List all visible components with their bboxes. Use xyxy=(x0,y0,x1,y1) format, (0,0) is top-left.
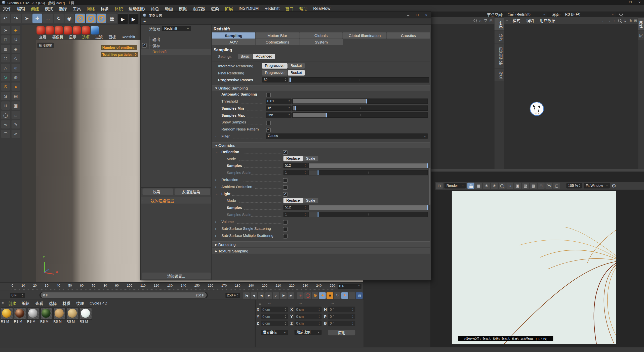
hamburger-icon[interactable]: ≡ xyxy=(0,300,5,306)
coord-space-dropdown[interactable]: 世界坐标 xyxy=(261,330,288,335)
layers-icon[interactable]: ▤ xyxy=(530,183,537,189)
reflection-samples-scale-slider[interactable] xyxy=(308,170,428,175)
menu-item[interactable]: 运动图形 xyxy=(126,5,148,11)
add-panel-icon[interactable]: ⊞ xyxy=(633,18,638,23)
volume-checkbox[interactable] xyxy=(283,220,288,225)
timeline-toggle-icon[interactable]: ▤ xyxy=(356,292,363,299)
crop-icon[interactable]: ⊡ xyxy=(436,183,443,189)
record-pla-icon[interactable]: ∷ xyxy=(349,292,355,299)
material-menu-item[interactable]: 选择 xyxy=(46,300,60,306)
play-button[interactable]: ▶ xyxy=(265,292,272,299)
multipass-button[interactable]: 多通道渲染... xyxy=(175,188,210,195)
points-mode-icon[interactable]: ∷ xyxy=(1,54,10,63)
scale-mode-dropdown[interactable]: 缩放比例 xyxy=(295,330,322,335)
progressive-passes-field[interactable]: 32 xyxy=(262,77,288,82)
denoising-section[interactable]: ▸ Denoising xyxy=(212,241,430,247)
viewport-menu-item[interactable]: Redshift xyxy=(119,35,138,39)
add-plus-icon[interactable]: ✚ xyxy=(12,26,20,34)
material-item[interactable]: RS M xyxy=(53,307,66,324)
snapshot-icon[interactable]: ✳ xyxy=(483,183,490,189)
material-menu-item[interactable]: 编辑 xyxy=(19,300,32,306)
pos-x-field[interactable]: 0 cm xyxy=(261,307,288,313)
home-icon[interactable]: ⌂ xyxy=(478,18,483,23)
redo-icon[interactable]: ↷ xyxy=(11,14,21,23)
gear-icon[interactable]: ⚙ xyxy=(610,183,617,189)
pv-icon[interactable]: PV xyxy=(545,183,552,189)
sss-multiple-checkbox[interactable] xyxy=(283,234,288,239)
material-thumbnail[interactable] xyxy=(40,307,53,320)
menu-item[interactable]: 创建 xyxy=(28,5,42,11)
live-selection-icon[interactable]: ➤ xyxy=(22,14,32,23)
coordinate-system-icon[interactable]: ▦ xyxy=(107,14,117,23)
timeline-ruler[interactable]: 0102030405060708090100110120130140150160… xyxy=(0,282,363,291)
texture-sampling-section[interactable]: ▸ Texture Sampling xyxy=(212,248,430,254)
reflection-samples-slider[interactable] xyxy=(308,163,428,168)
filter-dropdown[interactable]: Gauss xyxy=(266,134,428,139)
reflection-samples-field[interactable]: 512 xyxy=(284,163,308,168)
material-name[interactable]: RS M xyxy=(40,320,52,324)
dialog-tab[interactable]: Sampling xyxy=(212,32,255,38)
samples-max-field[interactable]: 256 xyxy=(266,112,292,118)
basic-button[interactable]: Basic xyxy=(238,54,253,59)
menu-item[interactable]: 窗口 xyxy=(283,5,297,11)
pen-tool-icon[interactable]: ✎ xyxy=(12,120,20,128)
rect-select-icon[interactable]: ▱ xyxy=(12,111,20,119)
material-menu-item[interactable]: Cycles 4D xyxy=(87,301,110,305)
x-axis-lock-icon[interactable]: X xyxy=(75,14,85,23)
menu-item[interactable]: 动画 xyxy=(162,5,176,11)
light-replace-button[interactable]: Replace xyxy=(284,198,303,203)
next-frame-button[interactable]: ▷ xyxy=(273,292,279,299)
magnet-tool-icon[interactable]: U xyxy=(12,35,20,43)
unified-sampling-section[interactable]: ▾ Unified Sampling xyxy=(212,85,430,91)
layer-icon[interactable]: ▣ xyxy=(12,101,20,110)
record-key-icon[interactable]: ⊘ xyxy=(297,292,303,299)
lock-icon[interactable]: ⊙ xyxy=(622,18,627,23)
pos-z-field[interactable]: 0 cm xyxy=(261,321,288,326)
preset-item[interactable]: 我的渲染设置 xyxy=(151,198,174,204)
dialog-tab[interactable]: AOV xyxy=(212,39,255,45)
attribute-menu-item[interactable]: 编辑 xyxy=(523,18,537,23)
menu-item[interactable]: INSYDIUM xyxy=(236,6,262,11)
automatic-sampling-checkbox[interactable] xyxy=(266,93,271,97)
back-icon[interactable]: ← xyxy=(601,18,606,23)
material-item[interactable]: RS M xyxy=(1,307,13,324)
material-thumbnail[interactable] xyxy=(14,307,26,320)
menu-item[interactable]: Redshift xyxy=(262,6,283,11)
attribute-menu-item[interactable]: 模式 xyxy=(510,18,523,23)
material-item[interactable]: RS M xyxy=(40,307,53,324)
render-view-button[interactable]: ▶ xyxy=(118,13,128,24)
reflection-replace-button[interactable]: Replace xyxy=(284,156,303,161)
expander-icon[interactable]: › xyxy=(215,227,216,231)
hamburger-icon[interactable]: ≡ xyxy=(504,18,510,23)
material-name[interactable]: RS M xyxy=(1,320,12,324)
range-slider[interactable]: 0 F 250 F xyxy=(39,292,208,298)
reflection-samples-scale-field[interactable]: 1 xyxy=(284,170,308,175)
view-label[interactable]: 透视视图 xyxy=(37,43,54,48)
material-thumbnail[interactable] xyxy=(53,307,66,320)
material-thumbnail[interactable] xyxy=(27,307,39,320)
minimize-button[interactable]: ─ xyxy=(617,0,626,5)
texture-mode-icon[interactable]: ▦ xyxy=(1,45,10,53)
panel-tab[interactable]: 内容浏览器 xyxy=(495,44,504,68)
material-name[interactable]: RS M xyxy=(27,320,39,324)
forward-icon[interactable]: → xyxy=(606,18,612,23)
z-axis-lock-icon[interactable]: Z xyxy=(97,14,106,23)
light-samples-field[interactable]: 512 xyxy=(284,205,308,210)
autokey-icon[interactable]: ◯ xyxy=(304,292,311,299)
sss-single-checkbox[interactable] xyxy=(283,227,288,232)
material-item[interactable]: RS M xyxy=(80,307,92,324)
light-scale-button[interactable]: Scale xyxy=(303,198,318,203)
material-item[interactable]: RS M xyxy=(14,307,26,324)
material-thumbnail[interactable] xyxy=(80,307,92,320)
prev-key-button[interactable]: ◀| xyxy=(251,292,257,299)
samples-min-field[interactable]: 16 xyxy=(266,106,292,111)
prev-frame-button[interactable]: ◀ xyxy=(258,292,264,299)
lock-icon[interactable] xyxy=(467,183,474,189)
record-position-icon[interactable]: ✚ xyxy=(319,292,326,299)
system-icon-3[interactable]: S xyxy=(1,92,10,100)
glass-cube-icon[interactable] xyxy=(91,26,99,34)
dots-grid-icon[interactable]: ⠿ xyxy=(1,101,10,110)
xparticles-icon-1[interactable] xyxy=(36,26,45,34)
samples-min-slider[interactable] xyxy=(292,106,428,111)
overrides-section[interactable]: ▾ Overrides xyxy=(212,143,430,148)
